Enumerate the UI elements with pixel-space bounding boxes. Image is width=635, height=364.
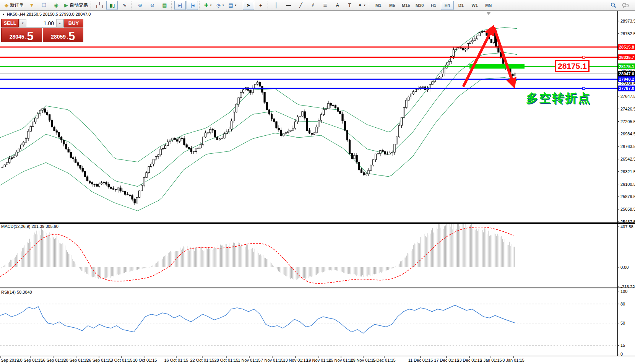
horizontal-line-icon: — [286,3,291,8]
sell-price-button[interactable]: 28045 . 5 [1,28,42,42]
publish-icon-button[interactable]: ❐ [38,1,50,10]
vertical-line-button[interactable]: │ [271,1,282,10]
rsi-tick-label: 0 [620,352,623,356]
time-tick-label: 2 Jan 01:15 [480,358,502,362]
timeframe-mn-button[interactable]: MN [482,1,495,10]
zoom-out-icon: ⊖ [150,3,154,8]
price-tick-label: 26763.5 [620,144,635,149]
signal-icon: ◉ [54,3,58,8]
toolbar-group: ➤＋ [240,1,267,10]
chat-icon[interactable] [620,1,631,10]
zoom-in-button[interactable]: ⊕ [134,1,146,10]
tile-windows-button[interactable]: ▦ [159,1,170,10]
timeframe-m5-button[interactable]: M5 [386,1,399,10]
price-callout-label[interactable]: 28175.1 [555,60,590,72]
time-tick-label: 11 Dec 01:15 [408,358,433,362]
chart-symbol-header[interactable]: ▲ HK50-,H4 28150.5 28150.5 27993.0 28047… [2,12,91,16]
auto-scroll-button[interactable]: ▸| [174,1,186,10]
arrows-button[interactable]: ✦▼ [356,1,368,10]
volume-input[interactable]: 1.00 [26,19,56,27]
price-tag-label: 28175.1 [619,64,634,69]
timeframe-m1-button[interactable]: M1 [372,1,385,10]
price-tick-label: 28973.5 [620,19,635,23]
timeframe-w1-button[interactable]: W1 [468,1,481,10]
line-handle[interactable] [583,87,585,89]
indicators-button[interactable]: ✚▼ [202,1,214,10]
time-tick-label: 28 Oct 01:15 [214,358,239,362]
sell-button[interactable]: SELL [1,19,19,28]
volume-increase-button[interactable]: ▲ [56,19,63,27]
vertical-line-icon: │ [275,3,278,8]
price-tag-label: 27948.2 [619,77,634,81]
label-button[interactable]: T [344,1,356,10]
toolbar-group: ⊕⊖▦ [131,1,171,10]
crosshair-button[interactable]: ＋ [255,1,266,10]
new-order-button[interactable]: ◆新订单 [3,1,25,10]
buy-price-frac: 5 [68,31,75,41]
funnel-icon-button[interactable]: ▼ [26,1,37,10]
toolbar: ◆新订单▼❐◉▶自动交易╷╵╷▮▯∿⊕⊖▦▸||◂✚▼◷▼▤▼➤＋│—╱⫽≣AT… [0,0,635,11]
template-icon: ▤ [228,3,233,8]
play-icon: ▶ [64,3,68,8]
zoom-in-icon: ⊕ [138,3,142,8]
price-tick-label: 26984.5 [620,132,635,136]
text-label-icon: T [348,3,351,8]
time-tick-label: 26 Sep 01:15 [86,358,111,362]
time-tick-label: 23 Dec 01:15 [457,358,482,362]
buy-price-dot: . [67,34,68,40]
line-handle[interactable] [583,56,585,58]
one-click-trade-panel: SELL ▼ 1.00 ▲ BUY 28045 . 5 28059 . 5 [1,19,83,42]
volume-spinner: ▼ 1.00 ▲ [19,19,64,28]
volume-decrease-button[interactable]: ▼ [19,19,26,27]
candlestick-button[interactable]: ▮▯ [106,1,118,10]
price-tick-label: 28752.5 [620,31,635,36]
price-tick-label: 27426.5 [620,107,635,111]
chart-shift-button[interactable]: |◂ [187,1,198,10]
line-chart-button[interactable]: ∿ [119,1,130,10]
buy-button[interactable]: BUY [64,19,83,28]
periods-button[interactable]: ◷▼ [214,1,226,10]
time-tick-label: 22 Oct 01:15 [190,358,214,362]
trendline-button[interactable]: ╱ [295,1,307,10]
equidistant-channel-icon: ⫽ [312,3,314,8]
timeframe-h4-button[interactable]: H4 [441,1,454,10]
dropdown-caret-icon: ▼ [222,4,224,6]
price-tick-label: 25658.5 [620,207,635,211]
time-tick-label: 17 Dec 01:15 [434,358,459,362]
time-tick-label: 10 Sep 01:15 [18,358,42,362]
auto-trading-button[interactable]: ▶自动交易 [63,1,89,10]
chart-canvas[interactable]: 28973.528752.528531.528310.528089.527868… [0,0,635,364]
text-icon: A [336,3,339,8]
dropdown-caret-icon: ▼ [210,4,212,6]
dropdown-caret-icon: ▼ [363,4,366,6]
time-tick-label: 8 Jan 01:15 [502,358,525,362]
buy-price-button[interactable]: 28059 . 5 [43,28,84,42]
timeframe-d1-button[interactable]: D1 [455,1,468,10]
bar-chart-button[interactable]: ╷╵╷ [94,1,106,10]
toolbar-group: ▸||◂ [171,1,198,10]
zoom-out-button[interactable]: ⊖ [146,1,158,10]
signal-icon-button[interactable]: ◉ [50,1,62,10]
funnel-icon: ▼ [29,3,34,8]
time-tick-label: 7 Nov 01:15 [261,358,283,362]
highlight-band[interactable] [469,64,525,69]
channel-button[interactable]: ⫽ [307,1,319,10]
templates-button[interactable]: ▤▼ [227,1,238,10]
sell-price-frac: 5 [27,31,34,41]
auto-trading-button-label: 自动交易 [70,2,88,8]
toolbar-group: ✚▼◷▼▤▼ [199,1,239,10]
search-icon[interactable] [607,1,619,10]
horizontal-line-button[interactable]: — [283,1,294,10]
text-button[interactable]: A [332,1,343,10]
rsi-tick-label: 50 [620,321,625,325]
timeframe-m30-button[interactable]: M30 [413,1,426,10]
toolbar-group: M1M5M15M30H1H4D1W1MN [369,1,495,10]
auto-scroll-icon: ▸| [179,3,182,8]
cursor-button[interactable]: ➤ [243,1,254,10]
fibonacci-button[interactable]: ≣ [320,1,331,10]
timeframe-h1-button[interactable]: H1 [427,1,440,10]
sell-price-int: 28045 [10,34,24,40]
price-tag-label: 28047.0 [619,72,634,76]
turning-point-annotation[interactable]: 多空转折点 [526,90,591,106]
timeframe-m15-button[interactable]: M15 [400,1,413,10]
